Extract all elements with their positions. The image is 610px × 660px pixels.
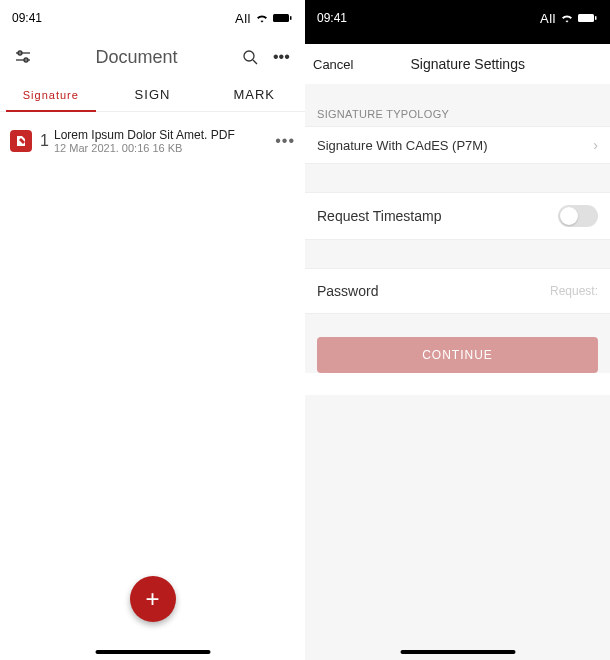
tab-sign[interactable]: SIGN	[102, 78, 204, 111]
continue-button[interactable]: CONTINUE	[317, 337, 598, 373]
settings-filter-icon[interactable]	[14, 48, 32, 66]
svg-rect-0	[273, 14, 289, 22]
password-label: Password	[317, 283, 378, 299]
home-indicator	[400, 650, 515, 654]
chevron-right-icon: ›	[593, 137, 598, 153]
tab-label: Signature	[23, 89, 79, 101]
svg-rect-9	[595, 16, 597, 20]
tabs: Signature SIGN MARK	[0, 78, 305, 112]
password-placeholder: Request:	[550, 284, 598, 298]
status-bar: 09:41 All	[0, 0, 305, 36]
file-more-icon[interactable]: •••	[275, 132, 295, 150]
add-button[interactable]: +	[130, 576, 176, 622]
tab-label: MARK	[233, 87, 275, 102]
svg-point-6	[244, 51, 254, 61]
battery-icon	[273, 13, 293, 23]
spacer	[305, 240, 610, 268]
tab-mark[interactable]: MARK	[203, 78, 305, 111]
password-row[interactable]: Password Request:	[305, 268, 610, 314]
signature-settings-modal: Cancel Signature Settings SIGNATURE TYPO…	[305, 44, 610, 660]
pdf-icon	[10, 130, 32, 152]
carrier-label: All	[235, 11, 251, 26]
status-time: 09:41	[12, 11, 42, 25]
file-info: Lorem Ipsum Dolor Sit Amet. PDF 12 Mar 2…	[54, 128, 265, 154]
search-icon[interactable]	[241, 48, 259, 66]
home-indicator	[95, 650, 210, 654]
timestamp-toggle[interactable]	[558, 205, 598, 227]
status-bar: 09:41 All	[305, 0, 610, 36]
svg-line-7	[253, 60, 257, 64]
modal-backdrop	[305, 36, 610, 44]
status-indicators: All	[540, 11, 598, 26]
modal-body-bg	[305, 395, 610, 660]
plus-icon: +	[145, 585, 159, 613]
section-header: SIGNATURE TYPOLOGY	[305, 84, 610, 126]
modal-title: Signature Settings	[333, 56, 602, 72]
signature-type-row[interactable]: Signature With CAdES (P7M) ›	[305, 126, 610, 164]
file-row[interactable]: 1 Lorem Ipsum Dolor Sit Amet. PDF 12 Mar…	[10, 128, 295, 154]
timestamp-label: Request Timestamp	[317, 208, 442, 224]
page-title: Document	[32, 47, 241, 68]
status-time: 09:41	[317, 11, 347, 25]
carrier-label: All	[540, 11, 556, 26]
timestamp-row: Request Timestamp	[305, 192, 610, 240]
tab-signature[interactable]: Signature	[0, 78, 102, 111]
modal-header: Cancel Signature Settings	[305, 44, 610, 84]
file-meta: 12 Mar 2021. 00:16 16 KB	[54, 142, 265, 154]
title-bar: Document •••	[0, 36, 305, 78]
status-indicators: All	[235, 11, 293, 26]
battery-icon	[578, 13, 598, 23]
svg-rect-1	[290, 16, 292, 20]
more-icon[interactable]: •••	[273, 48, 291, 66]
file-index: 1	[40, 132, 54, 150]
svg-rect-8	[578, 14, 594, 22]
tab-label: SIGN	[135, 87, 171, 102]
file-name: Lorem Ipsum Dolor Sit Amet. PDF	[54, 128, 265, 142]
wifi-icon	[255, 13, 269, 23]
continue-label: CONTINUE	[422, 348, 493, 362]
spacer	[305, 164, 610, 192]
wifi-icon	[560, 13, 574, 23]
signature-type-label: Signature With CAdES (P7M)	[317, 138, 488, 153]
file-list: 1 Lorem Ipsum Dolor Sit Amet. PDF 12 Mar…	[0, 112, 305, 170]
